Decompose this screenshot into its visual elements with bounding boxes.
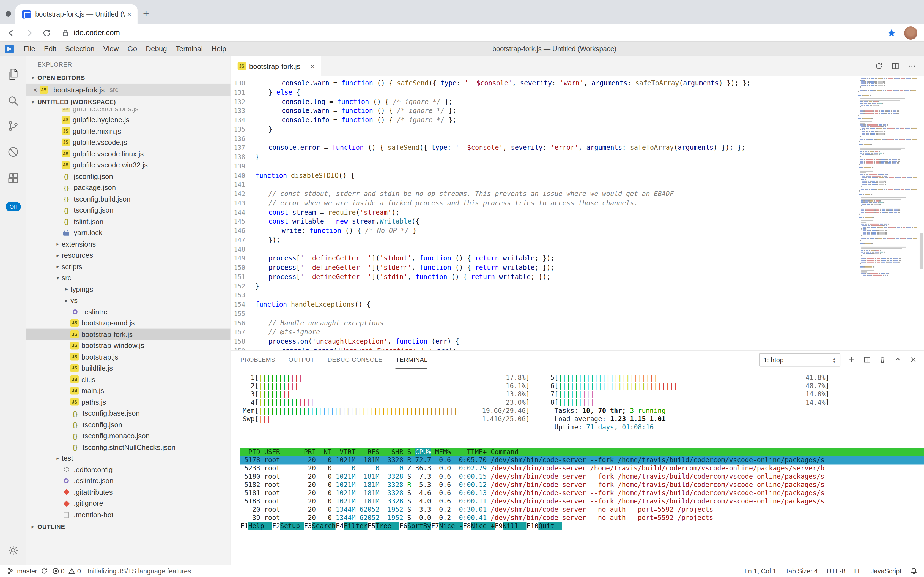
panel-tab-terminal[interactable]: TERMINAL: [395, 351, 427, 369]
forward-icon[interactable]: [24, 28, 34, 38]
tree-item-extensions[interactable]: ▸extensions: [26, 239, 230, 250]
fkey-f4[interactable]: F4Filter: [336, 522, 368, 530]
tree-item-main.js[interactable]: JSmain.js: [26, 385, 230, 396]
fkey-f5[interactable]: F5Tree: [368, 522, 399, 530]
tree-item-gulpfile.vscode.win32.js[interactable]: JSgulpfile.vscode.win32.js: [26, 160, 230, 171]
new-tab-button[interactable]: +: [143, 8, 149, 20]
editor-scrollbar[interactable]: [919, 233, 924, 269]
reload-icon[interactable]: [42, 28, 52, 38]
source-control-icon[interactable]: [6, 119, 20, 133]
fkey-f8[interactable]: F8Nice +: [463, 522, 495, 530]
process-row-5182[interactable]: 5182 root 20 0 1021M 181M 3328 R 5.3 0.6…: [240, 481, 924, 489]
fkey-f2[interactable]: F2Setup: [272, 522, 304, 530]
panel-tab-output[interactable]: OUTPUT: [289, 351, 314, 369]
tree-item-.eslintrc.json[interactable]: .eslintrc.json: [26, 475, 230, 487]
errors-count[interactable]: 0: [61, 567, 64, 575]
terminal-selector[interactable]: 1: htop ▲▼: [759, 353, 840, 366]
process-row-5183[interactable]: 5183 root 20 0 1021M 181M 3328 S 4.0 0.6…: [240, 498, 924, 506]
back-icon[interactable]: [6, 28, 16, 38]
close-panel-icon[interactable]: [909, 356, 918, 364]
process-row-5181[interactable]: 5181 root 20 0 1021M 181M 3328 S 4.6 0.6…: [240, 489, 924, 498]
tree-item-tsconfig.build.json[interactable]: {}tsconfig.build.json: [26, 193, 230, 205]
tree-item-.gitignore[interactable]: .gitignore: [26, 498, 230, 509]
avatar[interactable]: [904, 26, 918, 39]
section-workspace[interactable]: ▾ UNTITLED (WORKSPACE): [26, 96, 230, 108]
minimap[interactable]: [858, 78, 918, 276]
menu-item-terminal[interactable]: Terminal: [171, 45, 207, 53]
lock-icon[interactable]: [62, 29, 69, 37]
tree-item-gulpfile.mixin.js[interactable]: JSgulpfile.mixin.js: [26, 126, 230, 137]
sync-status-icon[interactable]: [40, 567, 48, 575]
menu-item-help[interactable]: Help: [207, 45, 230, 53]
open-editor-item[interactable]: × JS bootstrap-fork.js src: [26, 84, 230, 96]
tree-item-package.json[interactable]: {}package.json: [26, 182, 230, 193]
menu-item-view[interactable]: View: [99, 45, 123, 53]
tree-item-cli.js[interactable]: JScli.js: [26, 374, 230, 385]
more-actions-icon[interactable]: [908, 62, 916, 71]
tree-item-buildfile.js[interactable]: JSbuildfile.js: [26, 363, 230, 374]
maximize-panel-icon[interactable]: [894, 356, 902, 364]
fkey-f1[interactable]: F1Help: [240, 522, 272, 530]
split-editor-icon[interactable]: [891, 62, 900, 71]
tab-close-icon[interactable]: ×: [309, 62, 315, 70]
warnings-count[interactable]: 0: [77, 567, 81, 575]
tree-item-tslint.json[interactable]: {}tslint.json: [26, 216, 230, 227]
tree-item-gulpfile.extensions.js[interactable]: JSgulpfile.extensions.js: [26, 108, 230, 114]
sync-icon[interactable]: [874, 62, 883, 71]
tree-item-gulpfile.hygiene.js[interactable]: JSgulpfile.hygiene.js: [26, 114, 230, 126]
process-row-39[interactable]: 39 root 20 0 1344M 62052 1952 S 0.0 0.2 …: [240, 514, 924, 522]
tree-item-tsconfig.base.json[interactable]: {}tsconfig.base.json: [26, 408, 230, 419]
tree-item-tsconfig.json[interactable]: {}tsconfig.json: [26, 205, 230, 216]
tree-item-paths.js[interactable]: JSpaths.js: [26, 396, 230, 408]
explorer-icon[interactable]: [6, 68, 20, 81]
terminal[interactable]: 1[|||||||||||17.8%]2[||||||||||16.1%]3[|…: [231, 369, 924, 565]
tree-item-.mention-bot[interactable]: .mention-bot: [26, 509, 230, 520]
tree-item-tsconfig.monaco.json[interactable]: {}tsconfig.monaco.json: [26, 430, 230, 442]
git-branch-icon[interactable]: [6, 567, 14, 575]
menu-item-debug[interactable]: Debug: [141, 45, 171, 53]
debug-icon[interactable]: [6, 145, 20, 159]
tree-item-bootstrap-amd.js[interactable]: JSbootstrap-amd.js: [26, 318, 230, 329]
fkey-f3[interactable]: F3Search: [304, 522, 336, 530]
branch-name[interactable]: master: [17, 567, 37, 575]
menu-item-edit[interactable]: Edit: [40, 45, 61, 53]
process-row-5180[interactable]: 5180 root 20 0 1021M 181M 3328 S 7.3 0.6…: [240, 473, 924, 481]
process-row-20[interactable]: 20 root 20 0 1344M 62052 1952 S 3.3 0.2 …: [240, 506, 924, 514]
notifications-bell-icon[interactable]: [910, 567, 918, 575]
editor-tab[interactable]: JS bootstrap-fork.js ×: [231, 56, 321, 76]
fkey-f9[interactable]: F9Kill: [495, 522, 527, 530]
menu-item-selection[interactable]: Selection: [61, 45, 99, 53]
errors-icon[interactable]: [52, 567, 59, 575]
tree-item-yarn.lock[interactable]: yarn.lock: [26, 227, 230, 239]
extensions-icon[interactable]: [6, 171, 20, 184]
tree-item-gulpfile.vscode.js[interactable]: JSgulpfile.vscode.js: [26, 137, 230, 148]
bookmark-star-icon[interactable]: [887, 28, 897, 38]
tree-item-typings[interactable]: ▸typings: [26, 284, 230, 295]
fkey-f6[interactable]: F6SortBy: [399, 522, 431, 530]
fkey-f10[interactable]: F10Quit: [527, 522, 562, 530]
tree-item-tsconfig.json[interactable]: {}tsconfig.json: [26, 419, 230, 430]
section-outline[interactable]: ▸ OUTLINE: [26, 520, 230, 532]
warnings-icon[interactable]: [69, 567, 76, 575]
tree-item-src[interactable]: ▾src: [26, 272, 230, 284]
code-editor[interactable]: 130console.warn = function () { safeSend…: [231, 76, 924, 350]
tree-item-.eslintrc[interactable]: .eslintrc: [26, 306, 230, 318]
tree-item-resources[interactable]: ▸resources: [26, 250, 230, 261]
panel-tab-problems[interactable]: PROBLEMS: [240, 351, 275, 369]
status-item-lf[interactable]: LF: [854, 567, 862, 575]
tree-item-bootstrap-fork.js[interactable]: JSbootstrap-fork.js: [26, 329, 230, 340]
tree-item-test[interactable]: ▸test: [26, 453, 230, 464]
tree-item-.editorconfig[interactable]: .editorconfig: [26, 464, 230, 475]
search-icon[interactable]: [6, 94, 20, 107]
status-item-javascript[interactable]: JavaScript: [871, 567, 902, 575]
status-item-ln-1-col-1[interactable]: Ln 1, Col 1: [744, 567, 776, 575]
process-row-5178[interactable]: 5178 root 20 0 1021M 181M 3328 R 72.7 0.…: [240, 456, 924, 465]
tree-item-jsconfig.json[interactable]: {}jsconfig.json: [26, 171, 230, 182]
settings-gear-icon[interactable]: [6, 544, 20, 557]
section-open-editors[interactable]: ▾ OPEN EDITORS: [26, 72, 230, 84]
tree-item-gulpfile.vscode.linux.js[interactable]: JSgulpfile.vscode.linux.js: [26, 148, 230, 160]
browser-tab[interactable]: bootstrap-fork.js — Untitled (W ×: [15, 5, 138, 24]
tree-item-vs[interactable]: ▸vs: [26, 295, 230, 306]
tree-item-bootstrap.js[interactable]: JSbootstrap.js: [26, 351, 230, 363]
menu-item-go[interactable]: Go: [123, 45, 141, 53]
